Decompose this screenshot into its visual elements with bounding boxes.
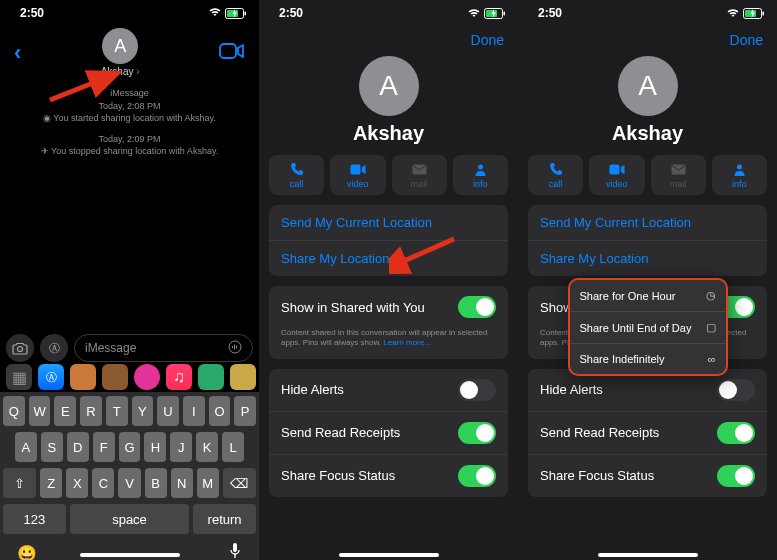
phone-icon	[549, 161, 563, 177]
focus-status-label: Share Focus Status	[281, 468, 395, 483]
app-other[interactable]	[230, 364, 256, 390]
mail-button: mail	[651, 155, 706, 195]
read-receipts-toggle[interactable]	[458, 422, 496, 444]
read-receipts-toggle[interactable]	[717, 422, 755, 444]
key-t[interactable]: T	[106, 396, 128, 426]
app-store-button[interactable]: Ⓐ	[40, 334, 68, 362]
keyboard[interactable]: QWERTYUIOP ASDFGHJKL ⇧ ZXCVBNM ⌫ 123 spa…	[0, 392, 259, 560]
back-button[interactable]: ‹	[14, 40, 21, 66]
key-l[interactable]: L	[222, 432, 244, 462]
app-photos[interactable]: ▦	[6, 364, 32, 390]
camera-button[interactable]	[6, 334, 34, 362]
shift-key[interactable]: ⇧	[3, 468, 36, 498]
share-duration-popup: Share for One Hour ◷ Share Until End of …	[568, 278, 728, 376]
info-button[interactable]: info	[712, 155, 767, 195]
key-g[interactable]: G	[119, 432, 141, 462]
annotation-arrow	[40, 65, 130, 105]
key-e[interactable]: E	[54, 396, 76, 426]
key-a[interactable]: A	[15, 432, 37, 462]
dictation-icon[interactable]	[228, 340, 242, 357]
key-d[interactable]: D	[67, 432, 89, 462]
home-indicator[interactable]	[80, 553, 180, 557]
svg-line-4	[50, 73, 118, 100]
contact-details-popup-panel: 2:50 Done A Akshay call video mail info …	[518, 0, 777, 560]
dictate-key[interactable]	[228, 542, 242, 560]
key-x[interactable]: X	[66, 468, 88, 498]
read-receipts-row: Send Read Receipts	[269, 411, 508, 454]
key-p[interactable]: P	[234, 396, 256, 426]
message-placeholder: iMessage	[85, 341, 136, 355]
call-button[interactable]: call	[269, 155, 324, 195]
status-right	[726, 8, 765, 19]
app-music[interactable]: ♫	[166, 364, 192, 390]
share-end-of-day-button[interactable]: Share Until End of Day ▢	[570, 311, 726, 343]
call-button[interactable]: call	[528, 155, 583, 195]
emoji-key[interactable]: 😀	[17, 544, 37, 561]
key-h[interactable]: H	[144, 432, 166, 462]
key-n[interactable]: N	[171, 468, 193, 498]
app-strip[interactable]: ▦ Ⓐ ♫	[0, 362, 259, 392]
video-icon	[350, 161, 366, 177]
key-k[interactable]: K	[196, 432, 218, 462]
video-label: video	[606, 179, 628, 189]
focus-status-toggle[interactable]	[717, 465, 755, 487]
share-indefinitely-button[interactable]: Share Indefinitely ∞	[570, 343, 726, 374]
messages-conversation-panel: 2:50 ‹ A Akshay iMessage Today, 2:08 PM …	[0, 0, 259, 560]
contact-details-panel: 2:50 Done A Akshay call video mail info …	[259, 0, 518, 560]
share-one-hour-button[interactable]: Share for One Hour ◷	[570, 280, 726, 311]
send-current-location-button[interactable]: Send My Current Location	[528, 205, 767, 240]
key-j[interactable]: J	[170, 432, 192, 462]
home-indicator[interactable]	[598, 553, 698, 557]
message-input[interactable]: iMessage	[74, 334, 253, 362]
avatar: A	[618, 56, 678, 116]
key-b[interactable]: B	[145, 468, 167, 498]
focus-status-toggle[interactable]	[458, 465, 496, 487]
done-button[interactable]: Done	[471, 32, 504, 48]
hide-alerts-label: Hide Alerts	[540, 382, 603, 397]
share-my-location-button[interactable]: Share My Location	[528, 240, 767, 276]
battery-icon	[225, 8, 247, 19]
key-v[interactable]: V	[118, 468, 140, 498]
space-key[interactable]: space	[70, 504, 189, 534]
status-time: 2:50	[20, 6, 44, 20]
key-f[interactable]: F	[93, 432, 115, 462]
battery-icon	[484, 8, 506, 19]
svg-rect-22	[609, 164, 619, 174]
key-u[interactable]: U	[157, 396, 179, 426]
keyboard-row-1: QWERTYUIOP	[3, 396, 256, 426]
hide-alerts-toggle[interactable]	[717, 379, 755, 401]
key-w[interactable]: W	[29, 396, 51, 426]
hide-alerts-toggle[interactable]	[458, 379, 496, 401]
key-i[interactable]: I	[183, 396, 205, 426]
app-digital-touch[interactable]	[134, 364, 160, 390]
numbers-key[interactable]: 123	[3, 504, 66, 534]
key-y[interactable]: Y	[132, 396, 154, 426]
return-key[interactable]: return	[193, 504, 256, 534]
app-memoji[interactable]	[70, 364, 96, 390]
key-q[interactable]: Q	[3, 396, 25, 426]
key-m[interactable]: M	[197, 468, 219, 498]
status-bar: 2:50	[518, 0, 777, 22]
app-animoji[interactable]	[102, 364, 128, 390]
app-store-icon[interactable]: Ⓐ	[38, 364, 64, 390]
share-end-of-day-label: Share Until End of Day	[580, 322, 692, 334]
svg-rect-15	[350, 164, 360, 174]
home-indicator[interactable]	[339, 553, 439, 557]
key-o[interactable]: O	[209, 396, 231, 426]
facetime-button[interactable]	[219, 42, 245, 64]
shared-with-you-section: Show in Shared with You Content shared i…	[269, 286, 508, 359]
done-button[interactable]: Done	[730, 32, 763, 48]
video-button[interactable]: video	[589, 155, 644, 195]
focus-status-label: Share Focus Status	[540, 468, 654, 483]
key-s[interactable]: S	[41, 432, 63, 462]
key-c[interactable]: C	[92, 468, 114, 498]
app-fitness[interactable]	[198, 364, 224, 390]
key-r[interactable]: R	[80, 396, 102, 426]
video-button[interactable]: video	[330, 155, 385, 195]
backspace-key[interactable]: ⌫	[223, 468, 256, 498]
wifi-icon	[467, 8, 481, 18]
key-z[interactable]: Z	[40, 468, 62, 498]
info-button[interactable]: info	[453, 155, 508, 195]
learn-more-link[interactable]: Learn more...	[383, 338, 431, 347]
show-shared-toggle[interactable]	[458, 296, 496, 318]
